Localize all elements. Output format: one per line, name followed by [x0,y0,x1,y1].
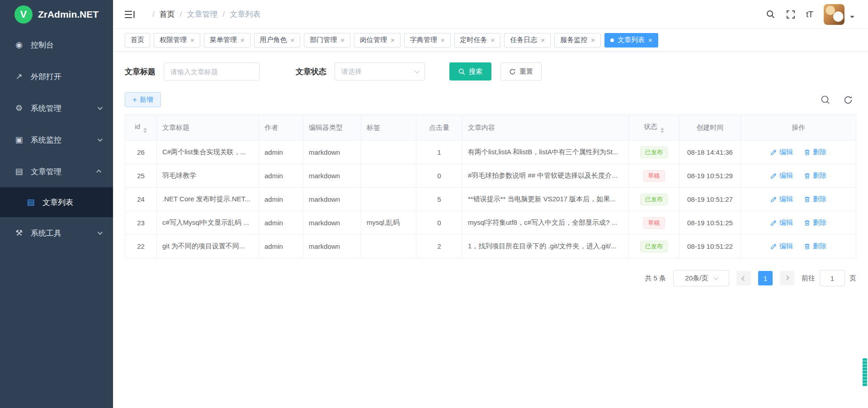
sort-icon[interactable] [143,128,147,133]
cell-content: 1，找到项目所在目录下的 .git/文件夹，进入.git/... [462,235,629,258]
edit-button[interactable]: 编辑 [770,195,793,204]
chevron-down-icon [713,275,718,280]
page-size-select[interactable]: 20条/页 [673,270,729,286]
column-header[interactable]: 创建时间 [679,115,741,141]
view-tab[interactable]: 用户角色 [254,33,301,47]
edit-button[interactable]: 编辑 [770,148,793,157]
chevron-down-icon [415,68,420,73]
table-row: 24 .NET Core 发布时提示.NET... admin markdown… [125,188,856,211]
close-icon[interactable] [441,37,445,43]
user-avatar[interactable] [824,4,844,25]
delete-button[interactable]: 删除 [804,148,826,157]
close-icon[interactable] [190,37,194,43]
column-header[interactable]: 点击量 [416,115,462,141]
page-unit-label: 页 [849,274,856,283]
column-header[interactable]: 操作 [741,115,856,141]
column-header[interactable]: id [125,115,157,141]
chevron-icon [98,230,103,235]
cell-status: 已发布 [629,141,679,164]
plus-icon [132,96,137,104]
column-header[interactable]: 标签 [361,115,416,141]
delete-button[interactable]: 删除 [804,171,826,180]
breadcrumb-item[interactable]: 文章管理 [175,9,218,19]
tab-label: 首页 [131,36,144,44]
column-header[interactable]: 状态 [629,115,679,141]
add-button[interactable]: 新增 [125,92,161,107]
fullscreen-icon[interactable] [786,10,795,19]
close-icon[interactable] [541,37,545,43]
sidebar-menu: ◉ 控制台 ↗ 外部打开 ⚙ 系统管理 ▣ 系统监控 [0,29,113,249]
table-tools [821,95,856,104]
cell-content: mysql字符集utf8，c#写入中文后，全部显示成? ... [462,211,629,235]
font-size-icon[interactable]: tT [806,9,813,19]
articles-table: id 文章标题 作者 编辑器类型 [125,114,856,258]
close-icon[interactable] [340,37,344,43]
sidebar-item[interactable]: ◉ 控制台 [0,29,113,61]
close-icon[interactable] [241,37,245,43]
column-header[interactable]: 文章内容 [462,115,629,141]
breadcrumb-item[interactable]: 文章列表 [217,9,260,19]
next-page-button[interactable] [780,271,794,285]
sidebar-item[interactable]: ▣ 系统监控 [0,124,113,156]
view-tab[interactable]: 任务日志 [504,33,551,47]
delete-button[interactable]: 删除 [804,218,826,227]
goto-label: 前往 [802,274,815,283]
menu-collapse-icon[interactable] [125,10,136,19]
column-header[interactable]: 编辑器类型 [303,115,361,141]
view-tab[interactable]: 岗位管理 [354,33,401,47]
view-tab[interactable]: 文章列表 [604,33,658,47]
sidebar-item[interactable]: ↗ 外部打开 [0,61,113,92]
dashboard-icon: ◉ [14,40,24,50]
cell-author: admin [259,141,303,164]
goto-page-input[interactable] [820,270,845,286]
view-tab[interactable]: 字典管理 [404,33,451,47]
sidebar-item[interactable]: ▤ 文章管理 [0,156,113,187]
delete-button[interactable]: 删除 [804,195,826,204]
chevron-icon [96,170,101,175]
view-tab[interactable]: 菜单管理 [204,33,250,47]
app-logo[interactable]: V ZrAdmin.NET [0,0,113,29]
close-icon[interactable] [591,37,595,43]
user-menu-caret-icon[interactable] [850,16,854,20]
delete-button[interactable]: 删除 [804,242,826,251]
close-icon[interactable] [648,37,652,43]
sidebar-item[interactable]: ▤ 文章列表 [0,187,113,217]
cell-author: admin [259,188,303,211]
reset-button[interactable]: 重置 [500,62,542,81]
sidebar-item[interactable]: ⚙ 系统管理 [0,92,113,124]
view-tab[interactable]: 权限管理 [154,33,200,47]
cell-editor-type: markdown [303,188,361,211]
cell-operations: 编辑 删除 [741,235,856,258]
edit-button[interactable]: 编辑 [770,171,793,180]
prev-page-button[interactable] [736,271,751,285]
cell-content: 有两个list,listA 和listB，listA中有三个属性列为St... [462,141,629,164]
close-icon[interactable] [291,37,295,43]
view-tab[interactable]: 定时任务 [454,33,501,47]
edit-button[interactable]: 编辑 [770,218,793,227]
title-filter-input[interactable] [164,62,259,81]
view-tab[interactable]: 首页 [125,33,150,47]
tab-label: 服务监控 [560,36,587,44]
page-number-button[interactable]: 1 [758,271,773,285]
drag-handle[interactable] [863,358,867,386]
view-tab[interactable]: 部门管理 [304,33,350,47]
column-header[interactable]: 文章标题 [157,115,259,141]
toggle-search-icon[interactable] [821,95,830,104]
status-filter-select[interactable]: 请选择 [335,62,425,81]
edit-button[interactable]: 编辑 [770,242,793,251]
sidebar-item[interactable]: ⚒ 系统工具 [0,217,113,249]
search-button[interactable]: 搜索 [449,62,491,81]
view-tab[interactable]: 服务监控 [554,33,601,47]
column-header[interactable]: 作者 [259,115,303,141]
refresh-icon[interactable] [844,95,853,104]
cell-operations: 编辑 删除 [741,141,856,164]
sort-icon[interactable] [660,128,664,133]
table-row: 25 羽毛球教学 admin markdown 0 #羽毛球拍参数说明 ## 中… [125,164,856,188]
app-title: ZrAdmin.NET [38,9,99,20]
search-icon[interactable] [766,9,775,19]
breadcrumb-item[interactable]: 首页 [147,9,175,19]
cell-id: 26 [125,141,157,164]
close-icon[interactable] [391,37,395,43]
cell-author: admin [259,164,303,188]
close-icon[interactable] [491,37,495,43]
